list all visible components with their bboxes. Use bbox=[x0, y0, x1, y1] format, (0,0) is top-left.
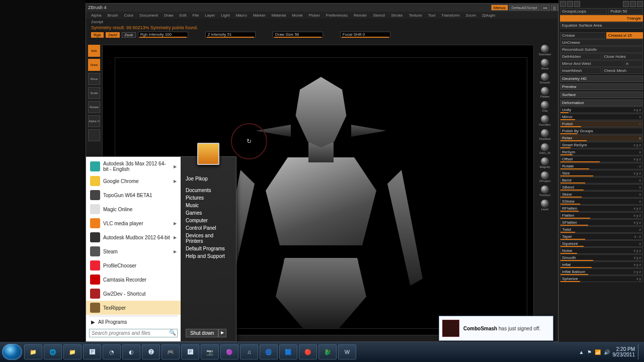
start-item-steam[interactable]: Steam▶ bbox=[86, 244, 181, 258]
max-icon[interactable] bbox=[630, 1, 636, 7]
slider-smart-resym[interactable]: Smart ReSymx y z bbox=[560, 142, 643, 148]
menu-material[interactable]: Material bbox=[272, 13, 286, 18]
signoff-toast[interactable]: ComboSmash has just signed off. bbox=[439, 316, 553, 341]
menu-color[interactable]: Color bbox=[124, 13, 133, 18]
start-item-gw2dev[interactable]: Gw2Dev - Shortcut bbox=[86, 287, 181, 301]
tool-edit[interactable]: Edit bbox=[88, 45, 100, 57]
brush-clay[interactable]: Clay bbox=[536, 101, 554, 113]
start-item-topogun[interactable]: TopoGun W64 BETA1 bbox=[86, 188, 181, 202]
start-item-autodesk[interactable]: Autodesk 3ds Max 2012 64-bit - English▶ bbox=[86, 159, 181, 174]
slider-inflat-balloon[interactable]: Inflat Balloonx y z bbox=[560, 268, 643, 275]
panel-icon[interactable] bbox=[574, 1, 580, 7]
brush-trimdyn[interactable]: TrimDyn bbox=[536, 186, 554, 198]
taskbar-app[interactable]: 🌀 bbox=[260, 344, 278, 359]
equalize-button[interactable]: Equalize Surface Area bbox=[560, 22, 643, 29]
taskbar-app[interactable]: ♫ bbox=[240, 344, 258, 359]
start-link-computer[interactable]: Computer bbox=[186, 217, 231, 224]
taskbar-clock[interactable]: 2:20 PM9/23/2011 bbox=[613, 346, 635, 357]
creaselvl-cell[interactable]: CreaseLvl 15 bbox=[606, 32, 643, 39]
menu-picker[interactable]: Picker bbox=[309, 13, 320, 18]
menu-preferences[interactable]: Preferences bbox=[326, 13, 348, 18]
crease-button[interactable]: Crease bbox=[560, 32, 605, 39]
start-link-devices-and-printers[interactable]: Devices and Printers bbox=[186, 232, 231, 245]
slider-flatten[interactable]: Flattenx y z bbox=[560, 212, 643, 219]
close-icon[interactable] bbox=[637, 1, 643, 7]
slider-inflat[interactable]: Inflatx y z bbox=[560, 261, 643, 268]
tool-scale[interactable]: Scale bbox=[88, 87, 100, 99]
start-link-control-panel[interactable]: Control Panel bbox=[186, 224, 231, 232]
default-zscript-button[interactable]: DefaultZScript bbox=[509, 5, 540, 11]
menu-file[interactable]: File bbox=[192, 13, 199, 18]
tool-draw[interactable]: Draw bbox=[88, 59, 100, 71]
menu-layer[interactable]: Layer bbox=[205, 13, 215, 18]
slider-squeeze[interactable]: Squeezex bbox=[560, 240, 643, 247]
brush-standard[interactable]: Standard bbox=[536, 45, 554, 57]
start-link-games[interactable]: Games bbox=[186, 209, 231, 217]
polish-cell[interactable]: Polish 50 bbox=[608, 8, 643, 15]
start-item-google[interactable]: Google Chrome▶ bbox=[86, 174, 181, 188]
mirror-n-cell[interactable]: n bbox=[624, 60, 643, 67]
taskbar-app[interactable]: ◐ bbox=[122, 344, 140, 359]
slider-polish-by-groups[interactable]: Polish By Groups bbox=[560, 128, 643, 134]
titlebar-dots-icon[interactable]: ••• bbox=[540, 5, 549, 11]
start-item-camtasia[interactable]: Camtasia Recorder bbox=[86, 273, 181, 287]
rgb-toggle[interactable]: Rgb bbox=[91, 32, 104, 38]
start-item-texripper[interactable]: TexRipper bbox=[86, 301, 181, 315]
start-item-magic[interactable]: Magic Online bbox=[86, 202, 181, 216]
menu-macro[interactable]: Macro bbox=[236, 13, 247, 18]
taskbar-app[interactable]: 🐉 bbox=[318, 344, 337, 359]
brush-zproject[interactable]: ZProject bbox=[536, 171, 554, 184]
taskbar-app[interactable]: 📁 bbox=[24, 344, 42, 359]
menu-edit[interactable]: Edit bbox=[180, 13, 187, 18]
tray-up-icon[interactable]: ▲ bbox=[579, 349, 584, 355]
slider-size[interactable]: Sizex y z bbox=[560, 170, 643, 176]
focal-shift-slider[interactable]: Focal Shift 0 bbox=[340, 32, 390, 38]
menu-stencil[interactable]: Stencil bbox=[373, 13, 385, 18]
start-link-pictures[interactable]: Pictures bbox=[186, 194, 231, 202]
taskbar-app[interactable]: 📁 bbox=[63, 344, 82, 359]
uncrease-button[interactable]: UnCrease bbox=[560, 39, 643, 46]
menu-alpha[interactable]: Alpha bbox=[91, 13, 101, 18]
taskbar-app[interactable]: 🟦 bbox=[279, 344, 297, 359]
slider-sskew[interactable]: SSkewx bbox=[560, 198, 643, 205]
tray-flag-icon[interactable]: ⚑ bbox=[587, 349, 592, 355]
menu-zplugin[interactable]: Zplugin bbox=[482, 13, 495, 18]
user-name-link[interactable]: Joe Pikop bbox=[186, 175, 231, 183]
start-search[interactable]: 🔍 bbox=[89, 329, 178, 337]
taskbar-app[interactable]: 🅿 bbox=[83, 344, 101, 359]
menu-render[interactable]: Render bbox=[354, 13, 367, 18]
slider-sbend[interactable]: SBendx bbox=[560, 184, 643, 191]
start-link-music[interactable]: Music bbox=[186, 202, 231, 209]
all-programs-link[interactable]: ▶All Programs bbox=[86, 317, 181, 327]
shutdown-options-button[interactable]: ▶ bbox=[218, 329, 226, 337]
panel-icon[interactable] bbox=[560, 1, 566, 7]
section-preview[interactable]: Preview bbox=[560, 83, 643, 90]
menu-document[interactable]: Document bbox=[140, 13, 158, 18]
slider-bend[interactable]: Bendx bbox=[560, 177, 643, 184]
shutdown-button[interactable]: Shut down bbox=[186, 329, 218, 337]
start-item-autodesk[interactable]: Autodesk Mudbox 2012 64-bit▶ bbox=[86, 230, 181, 244]
brush-formbru[interactable]: FormBru bbox=[536, 115, 554, 127]
menu-tool[interactable]: Tool bbox=[428, 13, 436, 18]
zadd-toggle[interactable]: Zadd bbox=[106, 32, 120, 38]
mirrorweld-button[interactable]: Mirror And Weld bbox=[560, 60, 623, 67]
brush-displace[interactable]: Displace bbox=[536, 129, 554, 141]
slider-taper[interactable]: Taperx - z bbox=[560, 233, 643, 240]
tool-alpha o[interactable]: Alpha O bbox=[88, 115, 100, 127]
taskbar-app[interactable]: 🎮 bbox=[162, 344, 180, 359]
min-icon[interactable] bbox=[623, 1, 629, 7]
start-item-vlc[interactable]: VLC media player▶ bbox=[86, 216, 181, 230]
taskbar-app[interactable]: 🅩 bbox=[142, 344, 160, 359]
menu-draw[interactable]: Draw bbox=[164, 13, 174, 18]
slider-skew[interactable]: Skewx bbox=[560, 191, 643, 198]
checkmesh-button[interactable]: Check Mesh bbox=[602, 67, 643, 74]
menu-movie[interactable]: Movie bbox=[292, 13, 302, 18]
start-button[interactable] bbox=[2, 344, 22, 360]
rgb-intensity-slider[interactable]: Rgb Intensity 100 bbox=[138, 32, 188, 38]
zsub-toggle[interactable]: Zsub bbox=[122, 32, 136, 38]
taskbar-app[interactable]: 🔴 bbox=[299, 344, 317, 359]
panel-icon[interactable] bbox=[567, 1, 573, 7]
section-deformation[interactable]: Deformation bbox=[560, 100, 643, 106]
menu-brush[interactable]: Brush bbox=[107, 13, 118, 18]
slider-polish[interactable]: Polish○ bbox=[560, 121, 643, 127]
